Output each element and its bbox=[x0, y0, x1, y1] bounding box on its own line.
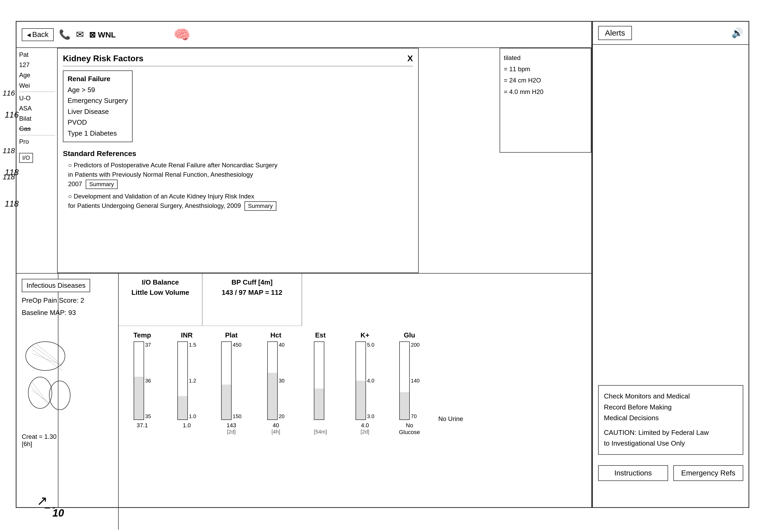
io-balance-line1: I/O Balance bbox=[122, 277, 198, 287]
top-bar: ◂ Back 📞 ✉ ⊠ WNL 🧠 bbox=[17, 22, 591, 48]
caution-box: Check Monitors and Medical Record Before… bbox=[598, 385, 743, 455]
reference-2: Development and Validation of an Acute K… bbox=[63, 192, 413, 211]
no-urine-label: No Urine bbox=[438, 415, 463, 422]
sidebar-age: Age bbox=[19, 71, 55, 79]
overlay-title: Kidney Risk Factors bbox=[63, 54, 144, 63]
temp-gauge: Temp 37 36 35 37.1 bbox=[121, 329, 163, 431]
bpm-line: = 11 bpm bbox=[504, 63, 587, 75]
svg-point-0 bbox=[26, 342, 65, 371]
summary-button-2[interactable]: Summary bbox=[245, 201, 277, 211]
plat-time: [2d] bbox=[227, 429, 236, 435]
sidebar-127: 127 bbox=[19, 61, 55, 69]
creat-label: Creat = 1.30 [6h] bbox=[22, 433, 113, 448]
temp-bar bbox=[134, 341, 144, 420]
sidebar-asa: ASA bbox=[19, 104, 55, 112]
brain-icon: 🧠 bbox=[174, 27, 191, 43]
plat-label: Plat bbox=[225, 331, 238, 339]
inr-label: INR bbox=[181, 331, 193, 339]
svg-line-3 bbox=[32, 354, 62, 365]
preop-score: PreOp Pain Score: 2 bbox=[22, 296, 113, 305]
bp-cuff-line1: BP Cuff [4m] bbox=[206, 277, 298, 287]
mm-h2o-line: = 4.0 mm H20 bbox=[504, 86, 587, 98]
risk-factor-box: Renal Failure Age > 59 Emergency Surgery… bbox=[63, 71, 133, 142]
phone-icon: 📞 bbox=[59, 29, 71, 40]
bottom-left-panel: Infectious Diseases PreOp Pain Score: 2 … bbox=[17, 274, 119, 530]
reference-1: Predictors of Postoperative Acute Renal … bbox=[63, 160, 413, 189]
right-panel: Alerts 🔊 Check Monitors and Medical Reco… bbox=[592, 21, 749, 508]
annotation-118a: 118 bbox=[3, 146, 15, 155]
sidebar-divider-2 bbox=[19, 135, 55, 135]
temp-ticks: 37 36 35 bbox=[145, 341, 151, 420]
risk-diabetes: Type 1 Diabetes bbox=[68, 128, 128, 139]
inr-gauge: INR 1.5 1.2 1.0 1.0 bbox=[166, 329, 208, 431]
caution-line2: Record Before Making bbox=[604, 403, 672, 411]
annotation-116: 116 bbox=[3, 89, 15, 98]
svg-line-8 bbox=[32, 390, 50, 403]
infectious-diseases-button[interactable]: Infectious Diseases bbox=[22, 279, 90, 292]
est-fill bbox=[315, 389, 324, 419]
caution-line1: Check Monitors and Medical bbox=[604, 392, 690, 400]
inr-fill bbox=[178, 396, 187, 419]
caution-monitors: Check Monitors and Medical Record Before… bbox=[604, 391, 737, 423]
summary-button-1[interactable]: Summary bbox=[86, 179, 118, 189]
caution-line3: Medical Decisions bbox=[604, 414, 659, 422]
hct-bar bbox=[267, 341, 278, 420]
hct-label: Hct bbox=[270, 331, 281, 339]
tilated-line: tilated bbox=[504, 52, 587, 63]
inr-bar bbox=[177, 341, 188, 420]
svg-line-4 bbox=[35, 343, 61, 364]
sidebar-gas: Gas bbox=[19, 125, 55, 133]
hct-value: 40 bbox=[273, 422, 279, 429]
sidebar-wei: Wei bbox=[19, 82, 55, 90]
bottom-buttons: Instructions Emergency Refs bbox=[598, 465, 743, 481]
glu-gauge: Glu 200 140 70 NoGlucose bbox=[388, 329, 430, 438]
plat-ticks: 450 150 bbox=[233, 341, 241, 420]
bp-cuff-area: BP Cuff [4m] 143 / 97 MAP = 112 bbox=[203, 274, 302, 326]
svg-line-2 bbox=[32, 350, 62, 371]
caution-line5: CAUTION: Limited by Federal Law bbox=[604, 428, 709, 436]
temp-value: 37.1 bbox=[137, 422, 148, 429]
bp-cuff-line2: 143 / 97 MAP = 112 bbox=[206, 287, 298, 298]
back-button[interactable]: ◂ Back bbox=[22, 28, 54, 41]
annotation-10-label: 10 bbox=[52, 507, 64, 519]
instructions-button[interactable]: Instructions bbox=[598, 465, 668, 481]
est-gauge: Est [54m] bbox=[300, 329, 342, 437]
baseline-map: Baseline MAP: 93 bbox=[22, 309, 113, 317]
vitals-row: Temp 37 36 35 37.1 INR bbox=[119, 326, 466, 441]
kplus-time: [2d] bbox=[361, 429, 369, 435]
wnl-label: ⊠ WNL bbox=[89, 30, 116, 39]
sidebar-pat: Pat bbox=[19, 51, 55, 59]
glu-fill bbox=[400, 392, 409, 419]
inr-ticks: 1.5 1.2 1.0 bbox=[189, 341, 196, 420]
bottom-section: Infectious Diseases PreOp Pain Score: 2 … bbox=[17, 273, 593, 530]
hct-gauge: Hct 40 30 20 40 [4h] bbox=[255, 329, 297, 437]
kplus-fill bbox=[356, 381, 366, 419]
est-time: [54m] bbox=[314, 429, 327, 435]
kplus-value: 4.0 bbox=[361, 422, 369, 429]
alerts-button[interactable]: Alerts bbox=[598, 26, 632, 40]
io-balance-line2: Little Low Volume bbox=[122, 287, 198, 298]
kplus-label: K+ bbox=[361, 331, 370, 339]
plat-value: 143 bbox=[227, 422, 236, 429]
sidebar-pro: Pro bbox=[19, 137, 55, 145]
sidebar-uo: U-O bbox=[19, 94, 55, 102]
emergency-refs-button[interactable]: Emergency Refs bbox=[673, 465, 743, 481]
io-button[interactable]: I/O bbox=[19, 153, 33, 163]
sidebar-divider-1 bbox=[19, 92, 55, 92]
std-ref-title: Standard References bbox=[63, 149, 413, 158]
close-button[interactable]: X bbox=[407, 54, 413, 63]
est-label: Est bbox=[315, 331, 326, 339]
creat-value: Creat = 1.30 bbox=[22, 433, 57, 440]
sound-icon: 🔊 bbox=[731, 28, 743, 39]
kplus-ticks: 5.0 4.0 3.0 bbox=[367, 341, 375, 420]
renal-failure-title: Renal Failure bbox=[68, 74, 128, 85]
kplus-bar bbox=[356, 341, 366, 420]
hct-time: [4h] bbox=[272, 429, 280, 435]
risk-pvod: PVOD bbox=[68, 117, 128, 128]
cm-h2o-line: = 24 cm H2O bbox=[504, 75, 587, 86]
risk-age: Age > 59 bbox=[68, 85, 128, 96]
sidebar-bilat: Bilat bbox=[19, 115, 55, 123]
inr-value: 1.0 bbox=[183, 422, 191, 429]
glu-label: Glu bbox=[404, 331, 415, 339]
plat-gauge: Plat 450 150 143 [2d] bbox=[210, 329, 252, 437]
